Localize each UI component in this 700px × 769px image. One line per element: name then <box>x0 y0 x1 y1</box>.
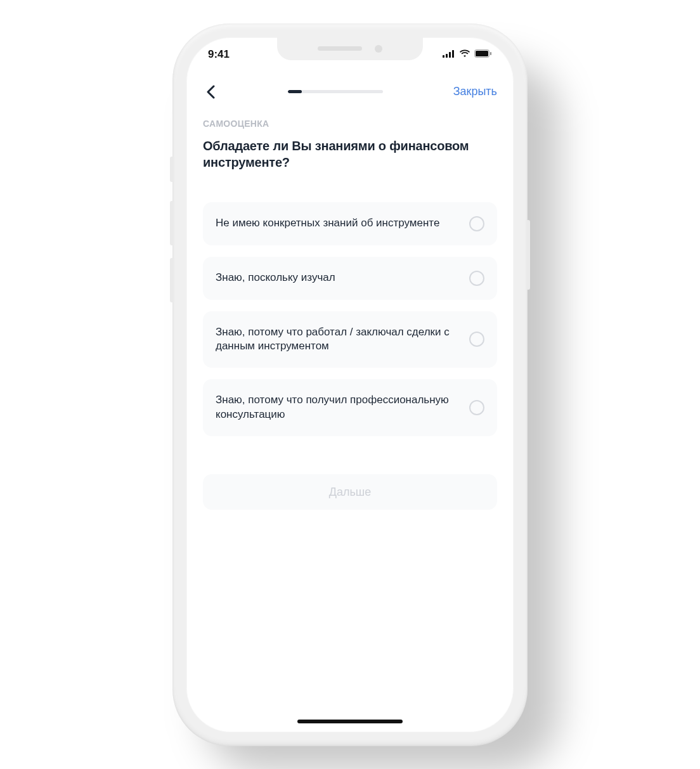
option-label: Знаю, поскольку изучал <box>216 271 459 285</box>
option-label: Знаю, потому что работал / заключал сдел… <box>216 325 459 354</box>
section-label: САМООЦЕНКА <box>203 119 497 129</box>
next-button[interactable]: Дальше <box>203 474 497 510</box>
svg-rect-0 <box>443 55 444 58</box>
side-button-silence <box>170 157 174 182</box>
wifi-icon <box>459 48 470 61</box>
radio-unchecked-icon <box>469 216 484 231</box>
status-time: 9:41 <box>208 48 230 61</box>
content: Закрыть САМООЦЕНКА Обладаете ли Вы знани… <box>186 72 514 732</box>
option-label: Не имею конкретных знаний об инструменте <box>216 216 459 231</box>
chevron-left-icon <box>206 85 215 99</box>
radio-unchecked-icon <box>469 332 484 347</box>
battery-icon <box>474 48 492 61</box>
option-4[interactable]: Знаю, потому что получил профессиональну… <box>203 379 497 436</box>
home-indicator[interactable] <box>297 720 403 723</box>
option-3[interactable]: Знаю, потому что работал / заключал сдел… <box>203 311 497 368</box>
radio-unchecked-icon <box>469 400 484 415</box>
close-button[interactable]: Закрыть <box>453 85 497 98</box>
progress-fill <box>288 90 302 93</box>
svg-rect-5 <box>476 51 488 56</box>
side-button-power <box>526 220 530 290</box>
svg-rect-2 <box>449 52 451 58</box>
phone-screen: 9:41 <box>186 37 514 732</box>
option-1[interactable]: Не имею конкретных знаний об инструменте <box>203 202 497 245</box>
option-label: Знаю, потому что получил профессиональну… <box>216 393 459 422</box>
radio-unchecked-icon <box>469 271 484 286</box>
svg-rect-1 <box>446 54 448 58</box>
side-button-volume-up <box>170 201 174 245</box>
side-button-volume-down <box>170 258 174 302</box>
phone-frame: 9:41 <box>172 23 528 746</box>
status-icons <box>443 48 492 61</box>
question-title: Обладаете ли Вы знаниями о финансовом ин… <box>203 138 497 171</box>
notch <box>277 37 423 60</box>
options-list: Не имею конкретных знаний об инструменте… <box>203 202 497 437</box>
option-2[interactable]: Знаю, поскольку изучал <box>203 257 497 300</box>
svg-rect-6 <box>490 52 491 55</box>
cellular-icon <box>443 48 455 61</box>
svg-rect-3 <box>452 50 454 58</box>
nav-bar: Закрыть <box>203 78 497 106</box>
progress-track <box>288 90 383 93</box>
speaker <box>318 46 362 51</box>
back-button[interactable] <box>203 84 218 100</box>
stage: 9:41 <box>172 23 528 746</box>
front-camera <box>375 45 382 53</box>
